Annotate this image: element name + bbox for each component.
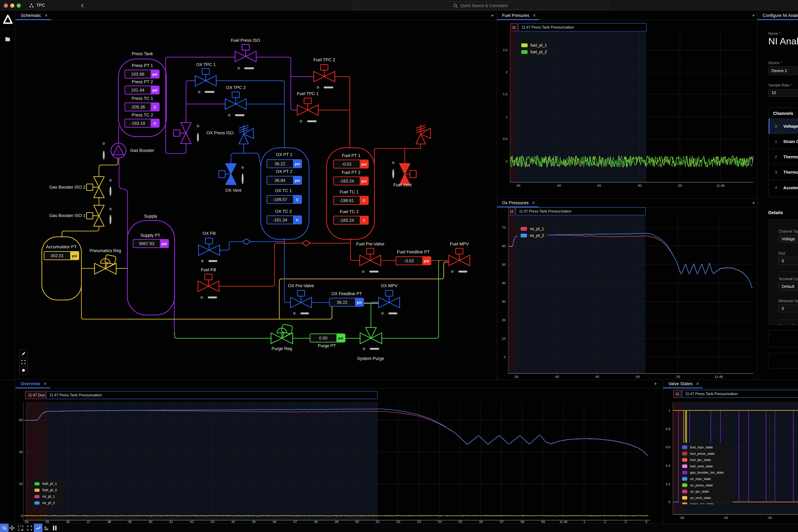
svg-text::50: :50: [355, 520, 359, 524]
svg-text:11:47 Press Tank Pressurizatio: 11:47 Press Tank Pressurization: [519, 209, 571, 213]
svg-text:11: 11: [676, 392, 679, 396]
svg-text::38: :38: [107, 520, 111, 524]
svg-text::45: :45: [596, 184, 601, 187]
svg-text:gas_booster_iso_state: gas_booster_iso_state: [690, 471, 724, 474]
svg-text:11:48: 11:48: [559, 520, 567, 524]
svg-text:11:48: 11:48: [717, 184, 725, 187]
svg-text:0: 0: [21, 514, 23, 517]
svg-text:10: 10: [502, 337, 506, 340]
svg-text:ox_press_state: ox_press_state: [690, 483, 713, 487]
svg-text:11:48: 11:48: [715, 375, 723, 379]
svg-text::44: :44: [231, 520, 235, 524]
svg-text::58: :58: [520, 520, 524, 524]
svg-text:ox_mpv_state: ox_mpv_state: [690, 477, 711, 481]
svg-text:11: 11: [512, 25, 516, 30]
svg-text::36: :36: [65, 520, 70, 524]
svg-text:0.8: 0.8: [666, 427, 670, 431]
svg-text::51: :51: [375, 520, 380, 524]
svg-text::54: :54: [437, 520, 442, 524]
svg-text::37: :37: [86, 520, 90, 524]
svg-text::55: :55: [458, 520, 462, 524]
svg-text:fuel_pt_1: fuel_pt_1: [531, 43, 547, 48]
svg-text:ox_pt_2: ox_pt_2: [42, 501, 55, 505]
svg-text::55: :55: [676, 375, 680, 379]
svg-text:60: 60: [19, 418, 23, 422]
svg-text:2.5: 2.5: [503, 48, 508, 52]
svg-text::47: :47: [292, 520, 297, 524]
svg-text::42: :42: [189, 520, 194, 524]
svg-text:ox_pt_1: ox_pt_1: [530, 226, 544, 231]
svg-text:0: 0: [506, 159, 508, 163]
svg-text::35: :35: [679, 516, 684, 519]
svg-text::1: :1: [583, 520, 585, 524]
svg-text:1.5: 1.5: [503, 92, 508, 96]
svg-text::3: :3: [624, 520, 627, 524]
svg-text::50: :50: [637, 184, 642, 187]
svg-text:1: 1: [506, 115, 508, 119]
svg-text:20: 20: [502, 318, 506, 322]
svg-text:60: 60: [502, 244, 506, 248]
svg-text::48: :48: [313, 520, 318, 524]
svg-text::40: :40: [723, 516, 728, 519]
svg-text:2: 2: [506, 70, 508, 74]
svg-text:fuel_pt_1: fuel_pt_1: [42, 481, 57, 486]
svg-text:0: 0: [504, 355, 506, 359]
svg-text::45: :45: [251, 520, 256, 524]
svg-text:11:47 Press Tank Pressurizatio: 11:47 Press Tank Pressurization: [521, 25, 574, 30]
svg-text:fuel_press_state: fuel_press_state: [690, 452, 715, 456]
svg-text::35: :35: [516, 184, 520, 187]
svg-text::43: :43: [210, 520, 214, 524]
svg-text:fuel_vent_state: fuel_vent_state: [690, 464, 713, 468]
svg-text:ox_tpc_state: ox_tpc_state: [690, 490, 709, 493]
svg-text:40: 40: [502, 281, 506, 285]
svg-text::40: :40: [554, 375, 559, 379]
svg-text:0.6: 0.6: [666, 445, 670, 449]
svg-text:fuel_tpc_state: fuel_tpc_state: [690, 458, 711, 462]
svg-text::50: :50: [635, 375, 640, 379]
svg-text:11:47 Press Tank Pressurizatio: 11:47 Press Tank Pressurization: [685, 392, 738, 396]
svg-text:ox_pt_2: ox_pt_2: [530, 233, 544, 238]
svg-text:50: 50: [502, 263, 506, 266]
svg-text::4: :4: [645, 520, 647, 524]
svg-text:11: 11: [510, 209, 514, 213]
svg-text::45: :45: [594, 375, 599, 379]
svg-text:ox_pt_1: ox_pt_1: [42, 494, 55, 498]
svg-text:11:47 Press Tank Pressurizatio: 11:47 Press Tank Pressurization: [50, 393, 102, 397]
svg-text::39: :39: [127, 520, 132, 524]
svg-text::35: :35: [514, 375, 518, 379]
svg-text:70: 70: [502, 226, 506, 229]
svg-text:ox_vent_state: ox_vent_state: [690, 496, 711, 500]
svg-text:11:47 Dua: 11:47 Dua: [28, 393, 45, 397]
svg-text:0.5: 0.5: [503, 137, 508, 140]
svg-text:0: 0: [668, 500, 670, 504]
svg-text:fuel_mpv_state: fuel_mpv_state: [690, 445, 713, 449]
svg-text::41: :41: [169, 520, 173, 524]
svg-text::49: :49: [334, 520, 338, 524]
svg-text::52: :52: [396, 520, 400, 524]
svg-text::34: :34: [24, 520, 28, 524]
svg-text::40: :40: [556, 184, 561, 187]
svg-text:40: 40: [19, 450, 23, 454]
svg-text::55: :55: [678, 184, 682, 187]
svg-text::40: :40: [148, 520, 152, 524]
svg-text::46: :46: [272, 520, 277, 524]
svg-text::57: :57: [499, 520, 504, 524]
svg-text:fuel_pt_2: fuel_pt_2: [531, 50, 547, 54]
svg-text::45: :45: [767, 516, 772, 519]
svg-text:0.2: 0.2: [666, 482, 670, 486]
svg-text::35: :35: [44, 520, 49, 524]
svg-text::53: :53: [417, 520, 421, 524]
svg-text:20: 20: [19, 482, 23, 486]
svg-text:1: 1: [668, 408, 670, 412]
svg-text::56: :56: [478, 520, 483, 524]
svg-text::59: :59: [540, 520, 545, 524]
svg-text:30: 30: [502, 300, 506, 303]
svg-text:fuel_pt_2: fuel_pt_2: [42, 488, 57, 492]
svg-text:0.4: 0.4: [666, 464, 670, 468]
svg-text::2: :2: [603, 520, 606, 524]
